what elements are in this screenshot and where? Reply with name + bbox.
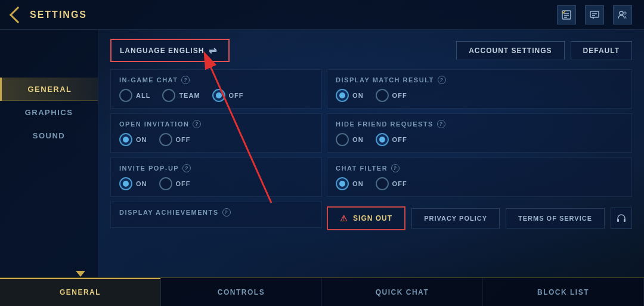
match-result-radio-off[interactable] xyxy=(376,89,389,102)
chat-radio-all[interactable] xyxy=(119,89,132,102)
chat-filter-option-off[interactable]: OFF xyxy=(376,177,407,190)
svg-point-8 xyxy=(620,11,623,15)
action-row: ⚠ SIGN OUT PRIVACY POLICY TERMS OF SERVI… xyxy=(327,206,632,230)
friends-icon[interactable] xyxy=(613,5,632,24)
invite-popup-radio-on[interactable] xyxy=(119,177,132,190)
open-invitation-options: ON OFF xyxy=(119,133,313,146)
language-label: LANGUAGE ENGLISH xyxy=(120,47,204,55)
checklist-icon[interactable] xyxy=(557,5,576,24)
display-achievements-section: DISPLAY ACHIEVEMENTS ? xyxy=(110,202,322,228)
chat-icon[interactable] xyxy=(585,5,604,24)
back-button[interactable]: SETTINGS xyxy=(12,9,87,21)
language-icon: ⇌ xyxy=(209,45,217,56)
invitation-option-off[interactable]: OFF xyxy=(159,133,191,146)
invite-popup-options: ON OFF xyxy=(119,177,313,190)
language-selector[interactable]: LANGUAGE ENGLISH ⇌ xyxy=(110,39,230,62)
svg-rect-11 xyxy=(624,219,626,222)
display-match-result-options: ON OFF xyxy=(336,89,623,102)
header: SETTINGS xyxy=(0,0,644,30)
invite-popup-option-on[interactable]: ON xyxy=(119,177,147,190)
main-content: LANGUAGE ENGLISH ⇌ ACCOUNT SETTINGS DEFA… xyxy=(98,30,644,277)
chat-option-team[interactable]: TEAM xyxy=(162,89,200,102)
chat-option-off[interactable]: OFF xyxy=(212,89,244,102)
chat-filter-radio-on[interactable] xyxy=(336,177,349,190)
header-icons xyxy=(557,5,632,24)
in-game-chat-help-icon[interactable]: ? xyxy=(181,76,190,84)
top-controls: LANGUAGE ENGLISH ⇌ ACCOUNT SETTINGS DEFA… xyxy=(110,39,632,62)
account-settings-button[interactable]: ACCOUNT SETTINGS xyxy=(456,41,564,60)
open-invitation-section: OPEN INVITATION ? ON OFF xyxy=(110,113,322,153)
open-invitation-title: OPEN INVITATION ? xyxy=(119,120,313,128)
sidebar-item-graphics[interactable]: GRAPHICS xyxy=(0,101,98,124)
invite-popup-option-off[interactable]: OFF xyxy=(159,177,191,190)
chat-radio-off[interactable] xyxy=(212,89,225,102)
hide-friend-radio-on[interactable] xyxy=(336,133,349,146)
hide-friend-option-off[interactable]: OFF xyxy=(376,133,407,146)
chat-filter-help-icon[interactable]: ? xyxy=(391,164,400,172)
tab-controls[interactable]: CONTROLS xyxy=(161,278,322,306)
page-title: SETTINGS xyxy=(30,10,87,20)
svg-rect-0 xyxy=(562,11,571,19)
invite-popup-section: INVITE POP-UP ? ON OFF xyxy=(110,157,322,197)
svg-rect-4 xyxy=(590,11,599,17)
chat-filter-title: CHAT FILTER ? xyxy=(336,164,623,172)
in-game-chat-section: IN-GAME CHAT ? ALL TEAM OFF xyxy=(110,69,322,109)
chat-filter-section: CHAT FILTER ? ON OFF xyxy=(327,157,632,197)
svg-marker-7 xyxy=(592,17,595,19)
in-game-chat-options: ALL TEAM OFF xyxy=(119,89,313,102)
invitation-option-on[interactable]: ON xyxy=(119,133,147,146)
match-result-option-off[interactable]: OFF xyxy=(376,89,407,102)
display-match-result-section: DISPLAY MATCH RESULT ? ON OFF xyxy=(327,69,632,109)
settings-wrapper: IN-GAME CHAT ? ALL TEAM OFF xyxy=(110,69,632,230)
display-achievements-title: DISPLAY ACHIEVEMENTS ? xyxy=(119,208,313,217)
hide-friend-requests-section: HIDE FRIEND REQUESTS ? ON OFF xyxy=(327,113,632,153)
chat-option-all[interactable]: ALL xyxy=(119,89,150,102)
tab-block-list[interactable]: BLOCK LIST xyxy=(483,278,644,306)
sign-out-icon: ⚠ xyxy=(340,214,348,223)
svg-rect-10 xyxy=(617,219,619,222)
invite-popup-radio-off[interactable] xyxy=(159,177,172,190)
svg-point-9 xyxy=(624,12,626,14)
display-achievements-help-icon[interactable]: ? xyxy=(222,208,231,217)
hide-friend-option-on[interactable]: ON xyxy=(336,133,364,146)
settings-right: DISPLAY MATCH RESULT ? ON OFF xyxy=(327,69,632,230)
tab-general[interactable]: GENERAL xyxy=(0,278,161,306)
display-match-result-title: DISPLAY MATCH RESULT ? xyxy=(336,76,623,84)
chat-filter-options: ON OFF xyxy=(336,177,623,190)
chat-filter-option-on[interactable]: ON xyxy=(336,177,364,190)
sidebar-item-sound[interactable]: SOUND xyxy=(0,124,98,147)
invitation-radio-on[interactable] xyxy=(119,133,132,146)
sidebar-item-general[interactable]: GENERAL xyxy=(0,78,98,101)
in-game-chat-title: IN-GAME CHAT ? xyxy=(119,76,313,84)
sidebar: GENERAL GRAPHICS SOUND xyxy=(0,30,98,277)
match-result-radio-on[interactable] xyxy=(336,89,349,102)
invite-popup-title: INVITE POP-UP ? xyxy=(119,164,313,172)
terms-of-service-button[interactable]: TERMS OF SERVICE xyxy=(506,208,605,228)
hide-friend-requests-title: HIDE FRIEND REQUESTS ? xyxy=(336,120,623,128)
privacy-policy-button[interactable]: PRIVACY POLICY xyxy=(411,208,500,228)
chat-filter-radio-off[interactable] xyxy=(376,177,389,190)
hide-friend-requests-help-icon[interactable]: ? xyxy=(437,120,445,128)
tab-quick-chat[interactable]: QUICK CHAT xyxy=(322,278,483,306)
hide-friend-radio-off[interactable] xyxy=(376,133,389,146)
chat-radio-team[interactable] xyxy=(162,89,175,102)
display-match-result-help-icon[interactable]: ? xyxy=(438,76,446,84)
bottom-tabs: GENERAL CONTROLS QUICK CHAT BLOCK LIST xyxy=(0,277,644,306)
headset-button[interactable] xyxy=(611,208,632,229)
match-result-option-on[interactable]: ON xyxy=(336,89,364,102)
default-button[interactable]: DEFAULT xyxy=(571,41,632,60)
sign-out-button[interactable]: ⚠ SIGN OUT xyxy=(327,206,405,230)
hide-friend-requests-options: ON OFF xyxy=(336,133,623,146)
open-invitation-help-icon[interactable]: ? xyxy=(193,120,201,128)
tab-general-chevron xyxy=(76,271,85,277)
settings-left: IN-GAME CHAT ? ALL TEAM OFF xyxy=(110,69,322,230)
invite-popup-help-icon[interactable]: ? xyxy=(182,164,191,172)
back-icon xyxy=(10,6,26,23)
invitation-radio-off[interactable] xyxy=(159,133,172,146)
